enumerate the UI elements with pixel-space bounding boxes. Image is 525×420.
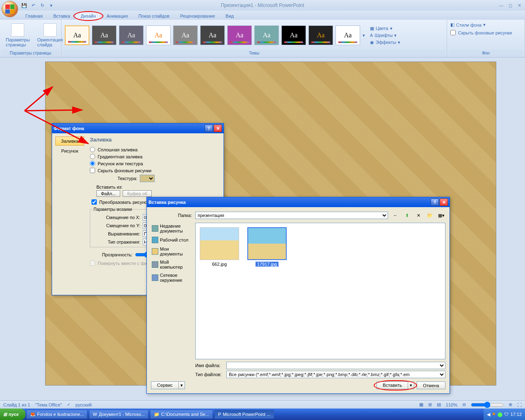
insert-button[interactable]: Вставить▾ xyxy=(377,381,414,389)
computer-icon xyxy=(152,261,158,268)
new-folder-icon[interactable]: 📁 xyxy=(426,211,434,219)
theme-thumb[interactable]: Aa xyxy=(281,25,306,45)
zoom-out-icon[interactable]: ⊖ xyxy=(462,402,466,407)
group-bg-label: Фон xyxy=(449,50,523,56)
clipboard-button[interactable]: Буфер об xyxy=(123,190,152,197)
theme-thumb[interactable]: Aa xyxy=(173,25,198,45)
check-hide-bg[interactable]: Скрыть фоновые рисунки xyxy=(90,167,217,174)
up-icon[interactable]: ⬆ xyxy=(403,211,411,219)
delete-icon[interactable]: ✕ xyxy=(414,211,422,219)
texture-select[interactable] xyxy=(140,175,155,182)
file-item[interactable]: 17917.jpg xyxy=(247,227,287,267)
tray-icon[interactable]: ◀ xyxy=(487,412,490,417)
fill-heading: Заливка xyxy=(90,137,217,143)
close-icon[interactable]: ✕ xyxy=(440,199,448,206)
folder-select[interactable]: презентация xyxy=(195,212,388,219)
radio-picture-texture[interactable]: Рисунок или текстура xyxy=(90,160,217,167)
tab-insert[interactable]: Вставка xyxy=(48,12,75,20)
view-normal-icon[interactable]: ▦ xyxy=(419,402,423,407)
maximize-icon[interactable]: ◻ xyxy=(506,2,514,9)
start-button[interactable]: ⊞пуск xyxy=(0,409,25,420)
close-icon[interactable]: ✕ xyxy=(214,125,222,132)
colors-button[interactable]: ▦Цвета ▾ xyxy=(368,25,402,32)
folder-icon xyxy=(152,248,158,255)
tab-animation[interactable]: Анимация xyxy=(102,12,133,20)
zoom-slider[interactable] xyxy=(471,402,504,408)
view-slideshow-icon[interactable]: ▤ xyxy=(437,402,441,407)
sidebar-desktop[interactable]: Рабочий стол xyxy=(151,236,192,244)
tab-design[interactable]: Дизайн xyxy=(76,12,101,20)
desktop-icon xyxy=(152,237,158,243)
office-button[interactable] xyxy=(2,1,18,17)
tray-icon[interactable]: ⬤ xyxy=(498,412,502,417)
taskbar-item[interactable]: 🦊Fondos e ilustracione... xyxy=(26,410,88,419)
tab-view[interactable]: Вид xyxy=(221,12,239,20)
tab-review[interactable]: Рецензирование xyxy=(175,12,220,20)
slide-orientation-button[interactable]: Ориентация слайда xyxy=(35,23,65,48)
texture-label: Текстура: xyxy=(96,176,137,181)
sidebar-mydocs[interactable]: Мои документы xyxy=(151,246,192,257)
tray-icon[interactable]: 🛡 xyxy=(504,412,509,417)
taskbar-item[interactable]: WДокумент1 - Microso... xyxy=(89,410,148,419)
theme-thumb[interactable]: Aa xyxy=(336,25,360,45)
zoom-in-icon[interactable]: ⊕ xyxy=(509,402,512,407)
sidebar-recent[interactable]: Недавние документы xyxy=(151,223,192,234)
theme-thumb[interactable]: Aa xyxy=(227,25,252,45)
fit-icon[interactable]: ⛶ xyxy=(517,402,522,407)
bg-styles-button[interactable]: ◧Стили фона ▾ xyxy=(450,22,486,27)
back-icon[interactable]: ← xyxy=(391,211,399,219)
language-indicator[interactable]: русский xyxy=(75,402,91,407)
effects-button[interactable]: ◉Эффекты ▾ xyxy=(368,39,402,46)
close-icon[interactable]: ✕ xyxy=(515,2,523,9)
theme-thumb[interactable]: Aa xyxy=(65,25,89,45)
file-list[interactable]: 662.jpg 17917.jpg xyxy=(195,223,445,359)
mosaic-legend: Параметры мозаики xyxy=(93,207,133,212)
nav-fill[interactable]: Заливка xyxy=(55,137,84,146)
themes-more-icon[interactable]: ▾ xyxy=(363,33,365,38)
network-icon xyxy=(152,274,158,281)
theme-thumb[interactable]: Aa xyxy=(146,25,171,45)
filetype-select[interactable]: Все рисунки (*.emf;*.wmf;*.jpg;*.jpeg;*.… xyxy=(226,371,445,378)
cancel-button[interactable]: Отмена xyxy=(417,381,445,389)
sidebar-network[interactable]: Сетевое окружение xyxy=(151,272,192,283)
theme-thumb[interactable]: Aa xyxy=(200,25,225,45)
save-icon[interactable]: 💾 xyxy=(21,2,28,9)
insert-from-label: Вставить из: xyxy=(90,183,217,190)
service-button[interactable]: Сервис▾ xyxy=(151,381,185,389)
help-icon[interactable]: ? xyxy=(431,199,439,206)
view-sorter-icon[interactable]: ⊞ xyxy=(428,402,432,407)
qat-dropdown-icon[interactable]: ▾ xyxy=(48,2,55,9)
taskbar-item[interactable]: PMicrosoft PowerPoint ... xyxy=(215,410,274,419)
tab-slideshow[interactable]: Показ слайдов xyxy=(133,12,174,20)
theme-thumb[interactable]: Aa xyxy=(254,25,279,45)
page-params-button[interactable]: Параметры страницы xyxy=(3,23,32,48)
undo-icon[interactable]: ↶ xyxy=(30,2,37,9)
theme-thumb[interactable]: Aa xyxy=(119,25,144,45)
fonts-button[interactable]: AШрифты ▾ xyxy=(368,32,402,39)
radio-gradient[interactable]: Градиентная заливка xyxy=(90,153,217,160)
windows-icon: ⊞ xyxy=(3,412,7,417)
insert-picture-dialog: Вставка рисунка ? ✕ Папка: презентация ←… xyxy=(146,197,450,394)
help-icon[interactable]: ? xyxy=(205,125,213,132)
theme-thumb[interactable]: Aa xyxy=(308,25,333,45)
tab-home[interactable]: Главная xyxy=(21,12,48,20)
theme-thumb[interactable]: Aa xyxy=(92,25,116,45)
views-icon[interactable]: ▦▾ xyxy=(437,211,445,219)
folder-icon: 📁 xyxy=(154,412,160,417)
tray-icon[interactable]: ⚑ xyxy=(492,412,496,417)
minimize-icon[interactable]: — xyxy=(497,2,505,9)
bgstyle-icon: ◧ xyxy=(450,22,454,27)
nav-picture[interactable]: Рисунок xyxy=(55,146,84,155)
sidebar-mycomputer[interactable]: Мой компьютер xyxy=(151,259,192,270)
zoom-level[interactable]: 110% xyxy=(446,402,457,407)
spell-icon[interactable]: ✓ xyxy=(67,402,71,407)
file-item[interactable]: 662.jpg xyxy=(200,227,239,267)
hide-bg-checkbox[interactable]: Скрыть фоновые рисунки xyxy=(450,29,512,36)
radio-solid[interactable]: Сплошная заливка xyxy=(90,146,217,153)
filename-input[interactable] xyxy=(226,362,445,369)
file-button[interactable]: Файл... xyxy=(96,190,120,197)
taskbar-item[interactable]: 📁C:\Documents and Se... xyxy=(150,410,213,419)
word-icon: W xyxy=(93,412,97,417)
clock[interactable]: 17:12 xyxy=(510,412,522,417)
redo-icon[interactable]: ↻ xyxy=(39,2,46,9)
